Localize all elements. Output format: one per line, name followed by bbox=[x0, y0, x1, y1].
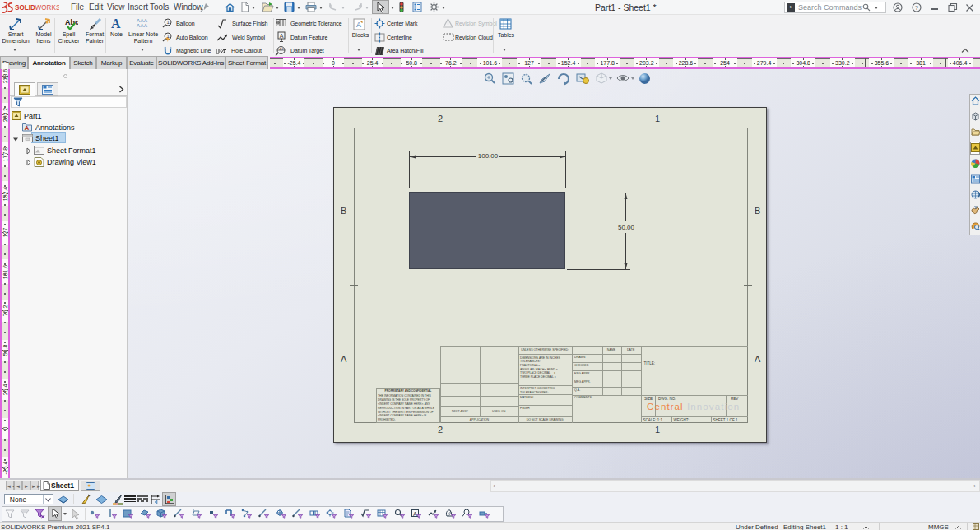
svg-text:A: A bbox=[356, 21, 361, 29]
svg-text:?: ? bbox=[915, 4, 919, 12]
svg-text:A: A bbox=[25, 124, 30, 132]
svg-text:Abc: Abc bbox=[65, 18, 78, 26]
svg-text:1: 1 bbox=[166, 20, 170, 25]
svg-text:A1: A1 bbox=[280, 47, 285, 51]
svg-text:1: 1 bbox=[166, 34, 170, 39]
svg-text:SOLID: SOLID bbox=[15, 4, 35, 12]
svg-text:A: A bbox=[280, 33, 284, 39]
svg-text:WORKS: WORKS bbox=[35, 4, 60, 12]
